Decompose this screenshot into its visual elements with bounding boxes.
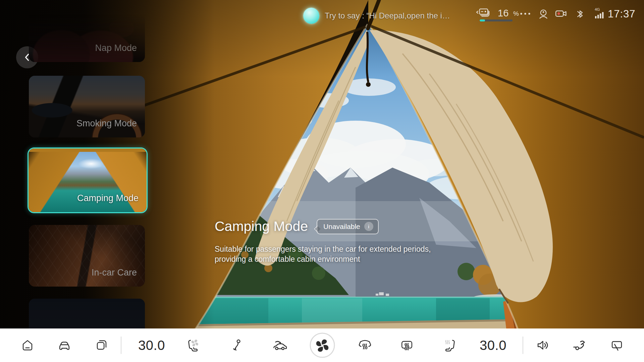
recorder-camera-icon[interactable]	[553, 6, 569, 22]
signal-bars-icon: 4G	[594, 6, 606, 21]
page-title: Camping Mode	[215, 219, 308, 234]
battery-progress-bar	[480, 19, 513, 21]
network-label: 4G	[595, 7, 600, 11]
fan-button[interactable]	[309, 332, 335, 358]
home-button[interactable]	[20, 338, 35, 353]
battery-progress-fill	[480, 19, 485, 21]
toolbar-divider	[523, 337, 523, 354]
app-switcher-button[interactable]	[94, 338, 109, 353]
volume-button[interactable]	[535, 338, 550, 353]
vehicle-settings-button[interactable]	[57, 338, 72, 353]
air-circulation-button[interactable]	[271, 337, 287, 353]
seat-ventilation-button[interactable]	[185, 338, 201, 353]
seat-heating-icon	[442, 338, 458, 353]
mode-card-label: Nap Mode	[95, 43, 137, 53]
passenger-temperature[interactable]: 30.0	[480, 338, 506, 353]
screen-off-button[interactable]	[609, 338, 625, 353]
mode-card-smoking[interactable]: Smoking Mode	[29, 76, 145, 137]
seat-ventilation-icon	[185, 338, 201, 353]
mode-card-label: Camping Mode	[77, 193, 139, 203]
front-defrost-button[interactable]	[357, 338, 373, 353]
airflow-direction-button[interactable]	[229, 338, 245, 353]
driver-temperature[interactable]: 30.0	[138, 338, 165, 353]
trunk-open-icon	[572, 337, 588, 353]
mode-card-camping-selected[interactable]: Camping Mode	[28, 147, 148, 213]
info-icon[interactable]: i	[364, 222, 373, 231]
mode-card-label: In-car Care	[92, 267, 137, 278]
description-line-2: providing a comfortable cabin environmen…	[215, 254, 431, 264]
volume-icon	[535, 338, 550, 353]
app-switcher-icon	[94, 338, 109, 353]
air-circulation-icon	[271, 337, 287, 353]
more-ellipsis-icon[interactable]	[519, 11, 533, 16]
car-icon	[57, 338, 72, 353]
profile-camera-icon[interactable]	[536, 6, 551, 22]
mode-card-incar-care[interactable]: In-car Care	[29, 225, 145, 287]
battery-stack-icon	[474, 6, 495, 19]
mode-card-label: Smoking Mode	[76, 118, 137, 129]
front-defrost-icon	[357, 338, 373, 353]
battery-status[interactable]: 16 %	[474, 3, 525, 24]
battery-percent: 16	[498, 8, 508, 19]
description-line-1: Suitable for passengers staying in the c…	[215, 244, 431, 254]
toolbar-divider	[121, 337, 121, 354]
bluetooth-icon[interactable]	[573, 6, 588, 22]
mode-card-nap[interactable]: Nap Mode	[29, 0, 145, 62]
mode-description: Suitable for passengers staying in the c…	[215, 244, 431, 264]
screen-off-icon	[609, 338, 625, 353]
seat-heating-button[interactable]	[442, 338, 458, 353]
home-icon	[20, 338, 35, 353]
voice-hint-text: Try to say : “Hi Deepal,open the i…	[325, 11, 450, 20]
battery-percent-sign: %	[513, 10, 519, 17]
voice-assistant-chip[interactable]: Try to say : “Hi Deepal,open the i…	[303, 8, 450, 24]
voice-assistant-icon[interactable]	[303, 8, 319, 24]
status-badge-label: Unavailable	[323, 223, 360, 231]
status-badge[interactable]: Unavailable i	[317, 219, 379, 234]
trunk-button[interactable]	[572, 337, 588, 353]
fan-icon	[309, 332, 335, 358]
clock: 17:37	[608, 8, 636, 20]
mode-list: Nap Mode Smoking Mode Camping Mode In-ca…	[0, 0, 158, 328]
airflow-direction-icon	[229, 338, 245, 353]
rear-defrost-button[interactable]	[399, 338, 415, 353]
rear-defrost-icon	[399, 338, 415, 353]
bottom-toolbar: 30.0	[0, 328, 644, 362]
